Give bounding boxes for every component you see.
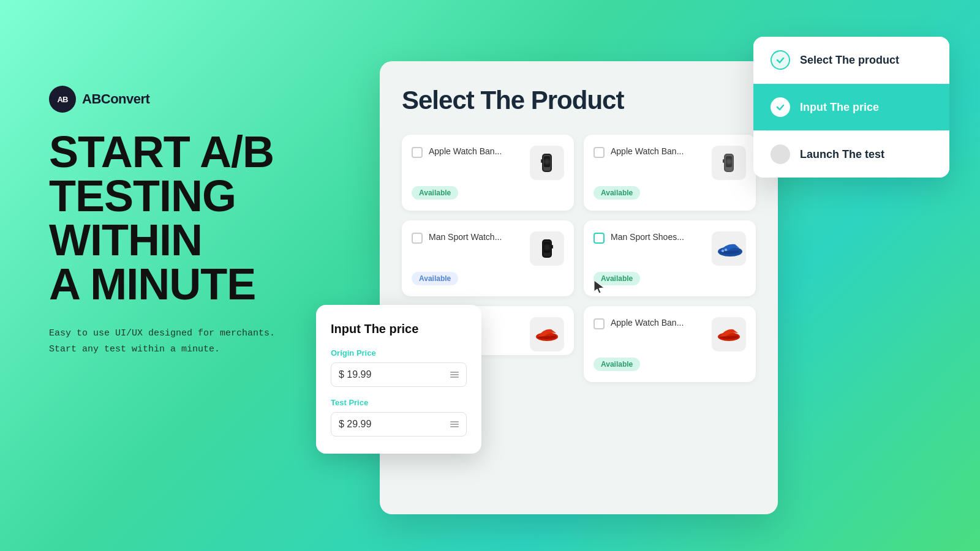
origin-price-stepper[interactable] (450, 372, 459, 378)
product-name: Man Sport Watch... (429, 231, 502, 244)
svg-point-17 (545, 245, 549, 250)
step-label-input-price: Input The price (800, 101, 879, 114)
left-section: AB ABConvert START A/B TESTING WITHIN A … (49, 86, 318, 357)
svg-point-11 (727, 160, 731, 163)
headline: START A/B TESTING WITHIN A MINUTE (49, 130, 318, 306)
subtext: Easy to use UI/UX designed for merchants… (49, 326, 318, 357)
step-item-launch-test[interactable]: Launch The test (753, 131, 949, 178)
product-thumb (530, 146, 564, 180)
test-price-label: Test Price (331, 398, 467, 407)
product-checkbox[interactable] (594, 318, 605, 329)
step-icon-pending (771, 144, 790, 164)
svg-point-5 (545, 160, 549, 163)
svg-rect-14 (552, 245, 553, 249)
product-name: Man Sport Shoes... (611, 231, 684, 244)
origin-price-label: Origin Price (331, 348, 467, 358)
status-badge: Available (412, 186, 458, 200)
price-card: Input The price Origin Price $ 19.99 Tes… (316, 305, 481, 454)
svg-point-20 (725, 249, 727, 251)
origin-price-input[interactable]: $ 19.99 (331, 362, 467, 387)
status-badge: Available (594, 358, 640, 371)
card-title: Select The Product (402, 86, 756, 115)
step-icon-active (771, 97, 790, 117)
product-checkbox[interactable] (594, 233, 605, 244)
product-card[interactable]: Apple Watch Ban... Available (402, 135, 574, 211)
product-thumb (530, 231, 564, 266)
svg-point-19 (722, 250, 724, 252)
product-checkbox[interactable] (594, 147, 605, 158)
deco-arc (706, 269, 742, 318)
svg-rect-8 (723, 159, 724, 163)
logo-icon: AB (49, 86, 76, 113)
product-checkbox[interactable] (412, 147, 423, 158)
product-name: Apple Watch Ban... (611, 146, 684, 158)
status-badge: Available (594, 272, 640, 285)
step-item-input-price[interactable]: Input The price (753, 84, 949, 130)
logo-name: ABConvert (82, 91, 149, 107)
product-card[interactable]: Apple Watch Ban... Available (584, 135, 756, 211)
step-label-launch-test: Launch The test (800, 148, 884, 161)
steps-panel: Select The product Input The price Launc… (753, 37, 949, 178)
product-thumb (530, 317, 564, 351)
test-price-input[interactable]: $ 29.99 (331, 412, 467, 437)
step-label-select-product: Select The product (800, 54, 899, 67)
status-badge: Available (594, 186, 640, 200)
product-thumb (712, 317, 746, 351)
price-card-title: Input The price (331, 322, 467, 336)
origin-price-value: $ 19.99 (339, 369, 450, 380)
product-card[interactable]: Man Sport Watch... Available (402, 220, 574, 296)
product-name: Apple Watch Ban... (429, 146, 502, 158)
status-badge: Available (412, 272, 458, 285)
svg-rect-2 (541, 159, 542, 163)
step-icon-check (771, 50, 790, 70)
logo-area: AB ABConvert (49, 86, 318, 113)
product-name: Apple Watch Ban... (611, 317, 684, 329)
product-thumb (712, 146, 746, 180)
product-thumb (712, 231, 746, 266)
step-item-select-product[interactable]: Select The product (753, 37, 949, 83)
test-price-value: $ 29.99 (339, 419, 450, 430)
test-price-stepper[interactable] (450, 421, 459, 427)
product-checkbox[interactable] (412, 233, 423, 244)
